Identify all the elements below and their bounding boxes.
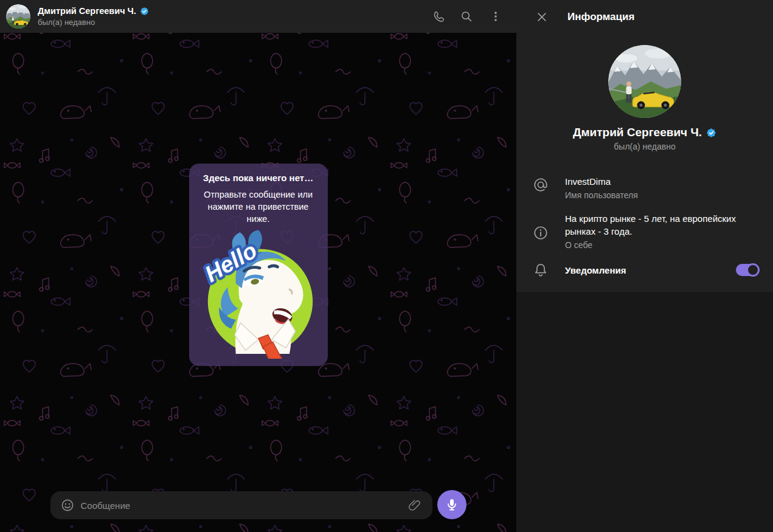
info-panel-header: Информация xyxy=(516,0,773,34)
empty-chat-card: Здесь пока ничего нет… Отправьте сообщен… xyxy=(189,164,328,366)
message-input-bar[interactable] xyxy=(50,491,432,519)
search-button[interactable] xyxy=(454,4,479,29)
greeting-sticker[interactable]: Hello xyxy=(198,229,319,359)
username-value: InvestDima xyxy=(565,175,758,188)
bell-icon xyxy=(533,262,549,278)
info-rows: InvestDima Имя пользователя На крипто ры… xyxy=(516,170,773,283)
microphone-icon xyxy=(445,497,459,512)
close-panel-button[interactable] xyxy=(530,5,554,29)
chat-contact-status: был(а) недавно xyxy=(38,17,425,27)
menu-button[interactable] xyxy=(484,4,508,29)
call-button[interactable] xyxy=(425,4,449,29)
verified-badge-icon xyxy=(706,128,716,138)
chat-contact-name: Дмитрий Сергеевич Ч. xyxy=(38,5,136,16)
verified-badge-icon xyxy=(140,7,149,16)
message-input[interactable] xyxy=(81,500,401,511)
info-panel: Информация xyxy=(516,0,773,532)
telegram-window: Дмитрий Сергеевич Ч. был(а) недавно xyxy=(0,0,773,532)
about-row[interactable]: На крипто рынке - 5 лет, на европейских … xyxy=(516,207,773,257)
info-panel-title: Информация xyxy=(567,11,634,23)
empty-chat-title: Здесь пока ничего нет… xyxy=(198,172,319,184)
emoji-button[interactable] xyxy=(57,494,78,516)
profile-status: был(а) недавно xyxy=(614,142,675,151)
about-value: На крипто рынке - 5 лет, на европейских … xyxy=(565,212,758,238)
info-panel-content: Дмитрий Сергеевич Ч. был(а) недавно xyxy=(516,34,773,292)
composer xyxy=(0,490,516,519)
chat-header-info[interactable]: Дмитрий Сергеевич Ч. был(а) недавно xyxy=(38,5,425,27)
close-icon xyxy=(536,11,548,23)
notifications-toggle[interactable] xyxy=(736,264,758,276)
info-icon xyxy=(533,225,549,241)
chat-topbar: Дмитрий Сергеевич Ч. был(а) недавно xyxy=(0,0,516,33)
phone-icon xyxy=(431,10,444,23)
smiley-icon xyxy=(60,498,75,513)
username-row[interactable]: InvestDima Имя пользователя xyxy=(516,170,773,207)
contact-avatar[interactable] xyxy=(6,4,30,29)
toggle-knob xyxy=(746,263,760,277)
profile-photo[interactable] xyxy=(608,45,681,118)
at-icon xyxy=(533,177,549,193)
attach-button[interactable] xyxy=(403,494,425,516)
profile-block: Дмитрий Сергеевич Ч. был(а) недавно xyxy=(516,34,773,151)
paperclip-icon xyxy=(407,498,421,513)
profile-name: Дмитрий Сергеевич Ч. xyxy=(573,126,702,139)
about-label: О себе xyxy=(565,240,758,251)
notifications-label: Уведомления xyxy=(565,265,626,275)
topbar-actions xyxy=(425,4,508,29)
notifications-row[interactable]: Уведомления xyxy=(516,257,773,283)
chat-area: Дмитрий Сергеевич Ч. был(а) недавно xyxy=(0,0,516,532)
voice-record-button[interactable] xyxy=(437,490,466,519)
search-icon xyxy=(460,10,473,23)
empty-chat-text: Отправьте сообщение или нажмите на приве… xyxy=(198,188,319,225)
kebab-menu-icon xyxy=(489,10,502,23)
username-label: Имя пользователя xyxy=(565,190,758,201)
